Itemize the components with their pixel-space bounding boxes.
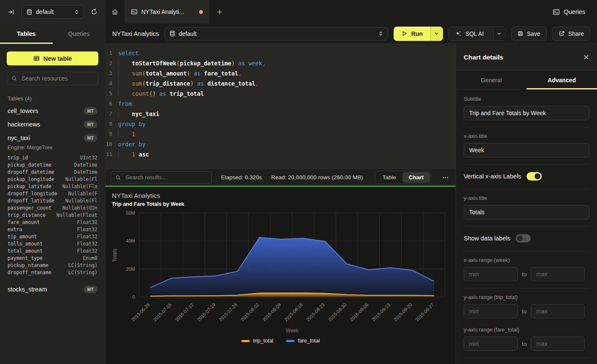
column-row[interactable]: extraFloat32 (7, 226, 98, 233)
column-row[interactable]: dropoff_longitudeNullable(F (7, 190, 98, 197)
tab-general[interactable]: General (456, 71, 527, 89)
column-row[interactable]: tolls_amountFloat32 (7, 240, 98, 247)
legend-swatch (286, 340, 294, 342)
yaxis-range-fare-min-input[interactable] (464, 337, 518, 351)
legend-item[interactable]: fare_total (286, 338, 320, 344)
save-button[interactable]: Save (511, 27, 547, 41)
column-row[interactable]: pickup_latitudeNullable(Flo (7, 183, 98, 190)
line-number: 5 (105, 89, 118, 99)
column-type: Nullable(Fl (65, 176, 97, 182)
column-type: UInt32 (80, 155, 97, 161)
chevrons-up-down-icon (74, 9, 79, 15)
legend-item[interactable]: trip_total (241, 338, 273, 344)
sql-ai-options-button[interactable] (493, 27, 505, 40)
close-panel-button[interactable] (583, 54, 589, 60)
results-area-chart[interactable]: 020M40M60M2015-06-282015-07-052015-07-12… (105, 187, 456, 337)
column-row[interactable]: tip_amountFloat32 (7, 233, 98, 240)
chevron-down-icon (434, 31, 439, 36)
results-search (111, 171, 212, 183)
workspace: 1select2 toStartOfWeek(pickup_datetime) … (105, 44, 456, 364)
xaxis-title-input[interactable] (464, 143, 589, 157)
yaxis-range-trip-min-input[interactable] (464, 304, 518, 318)
new-table-button[interactable]: New table (7, 51, 98, 65)
column-row[interactable]: dropoff_datetimeDateTime (7, 168, 98, 175)
database-selector[interactable]: default (22, 5, 84, 19)
tab-strip: NYTaxi Analyti... (105, 0, 541, 24)
vertical-labels-toggle[interactable] (527, 172, 542, 181)
unsaved-changes-dot (199, 10, 203, 14)
resource-search-input[interactable] (21, 75, 99, 82)
share-button[interactable]: Share (552, 27, 590, 41)
subtitle-input[interactable] (464, 106, 589, 120)
engine-badge: MT (84, 121, 97, 128)
sql-editor[interactable]: 1select2 toStartOfWeek(pickup_datetime) … (105, 44, 456, 169)
table-row[interactable]: hackernewsMT (7, 118, 98, 131)
column-row[interactable]: pickup_datetimeDateTime (7, 161, 98, 168)
top-bar-right: Queries (541, 0, 597, 24)
chart-view-button[interactable]: Chart (403, 172, 430, 183)
svg-text:2015-08-16: 2015-08-16 (284, 302, 304, 322)
column-row[interactable]: dropoff_ntanameLC(String) (7, 269, 98, 276)
xaxis-range-max-input[interactable] (531, 267, 585, 281)
queries-button[interactable]: Queries (550, 8, 588, 16)
main-area: New table Tables (4) cell_towersMThacker… (0, 44, 597, 364)
column-row[interactable]: trip_idUInt32 (7, 154, 98, 161)
tables-section-label: Tables (4) (8, 95, 98, 102)
table-row[interactable]: nyc_taxiMT (7, 131, 98, 145)
table-row[interactable]: stocks_streamMT (7, 283, 98, 296)
table-name: cell_towers (8, 108, 38, 114)
share-icon (559, 30, 565, 37)
column-name: total_amount (8, 248, 43, 254)
refresh-icon (91, 8, 97, 15)
column-row[interactable]: pickup_ntanameLC(String) (7, 262, 98, 269)
refresh-button[interactable] (89, 7, 99, 17)
column-row[interactable]: pickup_longitudeNullable(Fl (7, 175, 98, 183)
sql-ai-button[interactable]: SQL AI (449, 27, 490, 40)
show-data-labels-toggle[interactable] (516, 234, 531, 243)
query-tab[interactable]: NYTaxi Analyti... (125, 0, 209, 24)
tab-advanced[interactable]: Advanced (527, 71, 597, 89)
column-row[interactable]: total_amountFloat32 (7, 247, 98, 254)
more-options-button[interactable] (440, 174, 451, 181)
yaxis-range-fare-label: y-axis range (fare_total) (464, 327, 589, 333)
home-button[interactable] (105, 0, 125, 24)
panel-body: Subtitle x-axis title Vertical x-axis La… (456, 89, 597, 364)
terminal-icon (131, 8, 138, 15)
sql-ai-button-group: SQL AI (448, 27, 505, 41)
xaxis-title-label: x-axis title (464, 133, 589, 139)
table-view-button[interactable]: Table (376, 172, 402, 183)
secondary-bar: Tables Queries NYTaxi Analytics default (0, 24, 597, 44)
to-label: to (522, 308, 527, 315)
yaxis-range-fare-max-input[interactable] (531, 337, 585, 351)
tab-queries[interactable]: Queries (53, 24, 105, 44)
query-tab-title: NYTaxi Analyti... (141, 8, 195, 15)
line-number: 3 (105, 68, 118, 78)
play-icon (401, 30, 408, 37)
run-options-button[interactable] (430, 27, 443, 41)
column-row[interactable]: dropoff_latitudeNullable(Fl (7, 197, 98, 204)
yaxis-title-input[interactable] (464, 205, 589, 219)
svg-text:2015-07-19: 2015-07-19 (196, 302, 216, 322)
code-line: 5 count() as trip_total (105, 89, 456, 99)
svg-text:2015-08-23: 2015-08-23 (305, 302, 325, 322)
table-row[interactable]: cell_towersMT (7, 104, 98, 118)
run-button[interactable]: Run (394, 27, 430, 41)
view-toggle: Table Chart (375, 171, 431, 184)
save-button-label: Save (527, 30, 540, 37)
column-row[interactable]: payment_typeEnum8 (7, 254, 98, 262)
collapse-sidebar-button[interactable] (6, 7, 16, 17)
column-row[interactable]: fare_amountFloat32 (7, 218, 98, 226)
yaxis-range-trip-max-input[interactable] (531, 304, 585, 318)
column-row[interactable]: passenger_countNullable(UIn (7, 204, 98, 211)
column-row[interactable]: trip_distanceNullable(Float (7, 211, 98, 218)
column-name: fare_amount (8, 219, 40, 225)
xaxis-range-min-input[interactable] (464, 267, 518, 281)
results-search-input[interactable] (124, 174, 207, 181)
show-data-labels-group: Show data labels (464, 232, 589, 251)
tab-tables[interactable]: Tables (0, 24, 53, 44)
elapsed-time: Elapsed: 0.320s (221, 174, 262, 181)
toolbar-database-selector[interactable]: default (165, 27, 388, 40)
rows-read: Read: 20,000,000 rows (260.00 MB) (271, 174, 363, 181)
new-tab-button[interactable] (209, 0, 230, 24)
results-toolbar: Elapsed: 0.320s Read: 20,000,000 rows (2… (105, 169, 456, 186)
